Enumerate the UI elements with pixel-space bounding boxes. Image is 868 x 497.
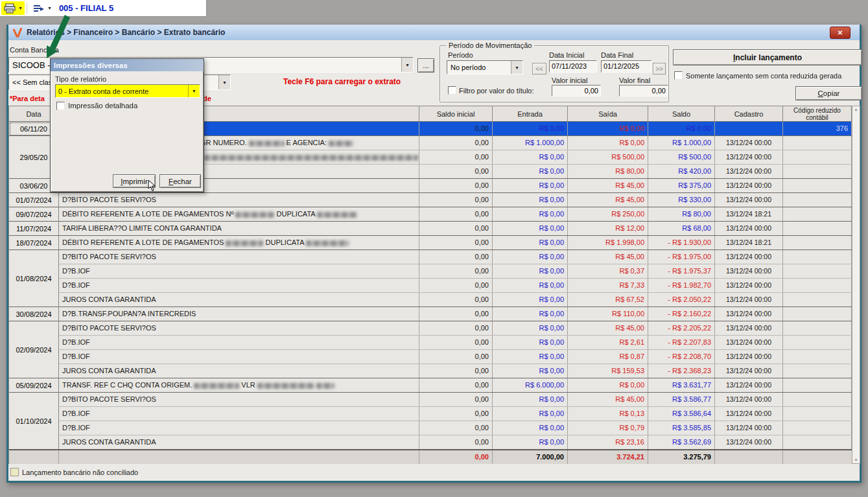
cell-entrada: R$ 0,00 [493,393,568,406]
table-row[interactable]: JUROS CONTA GARANTIDA0,00R$ 0,00R$ 67,52… [59,293,852,307]
cell-codigo [783,236,852,249]
date-cell[interactable]: 05/09/2024 [9,378,59,393]
periodo-group-title: Período de Movimentação [446,41,534,49]
tipo-relatorio-combo[interactable]: 0 - Extrato conta de corrente ▼ [55,84,200,98]
cell-cadastro: 13/12/24 00:00 [715,307,783,321]
cell-saldo-inicial: 0,00 [419,279,493,292]
next-period-button[interactable]: >> [653,63,666,75]
table-row[interactable]: D?BITO PACOTE SERVI?OS0,00R$ 0,00R$ 45,0… [59,393,852,407]
header-saldo[interactable]: Saldo [648,106,715,122]
prev-period-button[interactable]: << [532,63,546,75]
cell-entrada: R$ 0,00 [493,350,568,364]
chevron-down-icon[interactable]: ▼ [188,85,200,97]
date-cell[interactable]: 01/07/2024 [9,193,59,207]
header-saida[interactable]: Saída [568,106,648,122]
impressao-detalhada-checkbox[interactable] [56,102,65,110]
cell-entrada: R$ 0,00 [493,407,568,421]
date-cell[interactable]: 09/07/2024 [9,207,59,222]
cell-cadastro: 13/12/24 18:21 [715,207,783,221]
cell-saldo: R$ 3.586,77 [648,393,715,406]
chevron-down-icon[interactable]: ▼ [401,58,413,72]
periodo-combo[interactable]: No período ▼ [447,60,523,75]
cell-saldo: R$ 1.000,00 [648,136,715,150]
copiar-button[interactable]: Copiar [795,86,862,100]
scroll-up-icon[interactable]: ▲ [854,106,858,113]
incluir-lancamento-button[interactable]: Incluir lançamento [673,49,862,65]
cell-entrada: R$ 0,00 [493,293,568,306]
totals-saldo: 3.275,79 [648,450,715,464]
print-button[interactable]: ▼ [1,1,25,15]
tipo-relatorio-label: Tipo de relatório [55,75,106,83]
data-final-field[interactable]: 01/12/2025 [601,60,651,73]
fechar-label: Fechar [169,178,192,185]
cell-saldo-inicial: 0,00 [419,264,493,278]
fechar-button[interactable]: Fechar [159,174,201,188]
cell-saida: R$ 67,52 [568,293,648,306]
cell-saldo-inicial: 0,00 [419,293,493,306]
redacted-text [194,383,239,389]
table-row[interactable]: D?B.TRANSF.POUPAN?A INTERCREDIS0,00R$ 0,… [59,307,852,321]
date-cell[interactable]: 02/09/2024 [9,321,59,378]
table-row[interactable]: D?B.IOF0,00R$ 0,00R$ 7,33- R$ 1.982,7013… [59,279,852,293]
date-cell[interactable]: 11/07/2024 [9,222,59,236]
table-row[interactable]: D?B.IOF0,00R$ 0,00R$ 0,79R$ 3.585,8513/1… [59,421,852,435]
cell-saldo: - R$ 2.050,22 [648,293,715,306]
cell-saldo-inicial: 0,00 [419,207,493,221]
cell-cadastro: 13/12/24 00:00 [715,336,783,349]
scroll-down-icon[interactable]: ▼ [854,457,858,463]
cell-codigo: 376 [783,122,852,135]
legend-label: Lançamento bancário não conciliado [22,468,138,476]
table-row[interactable]: TRANSF. REF C CHQ CONTA ORIGEM. VLR 0,00… [59,378,852,393]
somente-checkbox[interactable] [674,71,683,80]
table-row[interactable]: DÉBITO REFERENTE A LOTE DE PAGAMENTOS Nº… [59,207,852,222]
chevron-down-icon[interactable]: ▼ [511,61,522,74]
close-button[interactable]: ✕ [830,27,850,39]
table-row[interactable]: D?BITO PACOTE SERVI?OS0,00R$ 0,00R$ 45,0… [59,321,852,336]
cell-cadastro: 13/12/24 00:00 [715,179,783,192]
header-entrada[interactable]: Entrada [493,106,568,122]
data-inicial-field[interactable]: 07/11/2023 [549,60,597,73]
filtro-valor-checkbox[interactable] [448,86,456,95]
browse-button[interactable]: ... [417,58,434,73]
table-row[interactable]: D?B.IOF0,00R$ 0,00R$ 0,13R$ 3.586,6413/1… [59,407,852,421]
table-row[interactable]: TARIFA LIBERA??O LIMITE CONTA GARANTIDA0… [59,222,852,236]
table-row[interactable]: JUROS CONTA GARANTIDA0,00R$ 0,00R$ 159,5… [59,364,852,378]
cell-saldo: R$ 3.631,77 [648,378,715,392]
cell-entrada: R$ 0,00 [493,165,568,178]
cell-descricao: D?BITO PACOTE SERVI?OS [59,393,419,406]
table-row[interactable]: DÉBITO REFERENTE A LOTE DE PAGAMENTOS DU… [59,236,852,250]
header-saldo-inicial[interactable]: Saldo inicial [419,106,493,122]
cell-saida: R$ 0,79 [568,421,648,435]
valor-inicial-field[interactable]: 0,00 [552,85,601,97]
valor-final-field[interactable]: 0,00 [619,85,668,97]
chevron-down-icon[interactable]: ▼ [18,6,23,10]
date-cell[interactable]: 01/08/2024 [9,250,59,307]
cell-descricao: DÉBITO REFERENTE A LOTE DE PAGAMENTOS DU… [59,236,419,249]
header-cadastro[interactable]: Cadastro [715,106,783,122]
cell-cadastro: 13/12/24 00:00 [715,293,783,306]
table-row[interactable]: D?BITO PACOTE SERVI?OS0,00R$ 0,00R$ 45,0… [59,250,852,264]
table-row[interactable]: D?BITO PACOTE SERVI?OS0,00R$ 0,00R$ 45,0… [59,193,852,207]
date-cell[interactable]: 30/08/2024 [9,307,59,321]
cell-codigo [783,250,852,264]
cell-saldo-inicial: 0,00 [419,336,493,349]
cell-cadastro: 13/12/24 00:00 [715,165,783,178]
table-row[interactable]: D?B.IOF0,00R$ 0,00R$ 2,61- R$ 2.207,8313… [59,336,852,350]
chevron-down-icon[interactable]: ▼ [47,6,52,10]
cell-saida: R$ 2,61 [568,336,648,349]
cell-descricao: JUROS CONTA GARANTIDA [59,364,419,378]
cell-saldo-inicial: 0,00 [419,236,493,249]
table-row[interactable]: D?B.IOF0,00R$ 0,00R$ 0,87- R$ 2.208,7013… [59,350,852,364]
cell-saldo: - R$ 2.160,22 [648,307,715,321]
close-icon: ✕ [838,29,843,36]
vertical-scrollbar[interactable]: ▲ ▼ [852,106,860,464]
chevron-down-icon[interactable]: ▼ [218,75,230,89]
table-row[interactable]: D?B.IOF0,00R$ 0,00R$ 0,37- R$ 1.975,3713… [59,264,852,279]
copiar-label: Copiar [818,89,840,97]
cell-cadastro: 13/12/24 00:00 [715,279,783,292]
date-cell[interactable]: 01/10/2024 [9,393,59,450]
cell-saldo-inicial: 0,00 [419,307,493,321]
header-codigo-reduzido[interactable]: Código reduzido contábil [783,106,852,122]
date-cell[interactable]: 18/07/2024 [9,236,59,250]
table-row[interactable]: JUROS CONTA GARANTIDA0,00R$ 0,00R$ 23,16… [59,435,852,450]
